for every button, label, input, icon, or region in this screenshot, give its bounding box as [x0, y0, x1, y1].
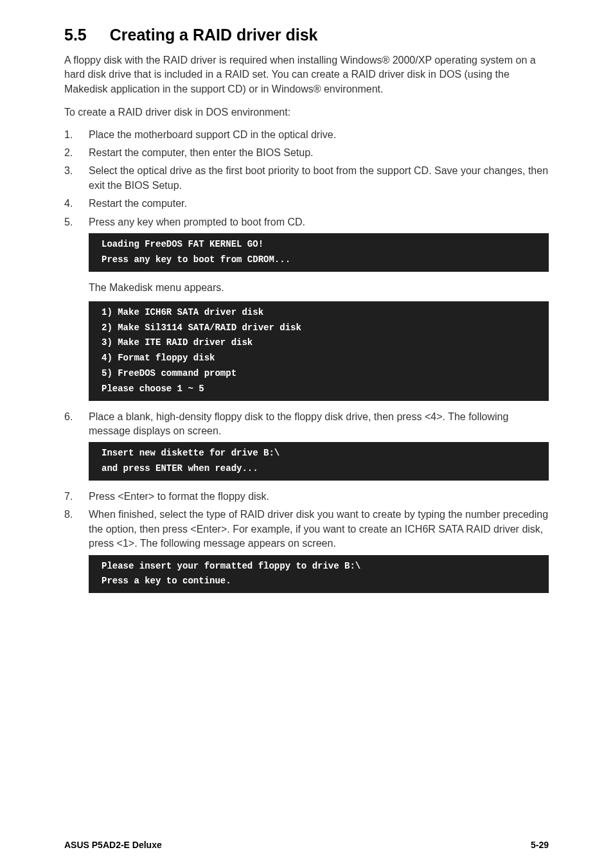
- item-number: 8.: [64, 508, 89, 551]
- item-text: Restart the computer, then enter the BIO…: [89, 146, 549, 160]
- item-number: 4.: [64, 197, 89, 211]
- list-item: 8. When finished, select the type of RAI…: [64, 508, 549, 551]
- item-text: Select the optical drive as the first bo…: [89, 164, 549, 193]
- item-text: Place a blank, high-density floppy disk …: [89, 410, 549, 439]
- list-item: 4. Restart the computer.: [64, 197, 549, 211]
- section-number: 5.5: [64, 26, 87, 44]
- list-item: 6. Place a blank, high-density floppy di…: [64, 410, 549, 439]
- footer-left: ASUS P5AD2-E Deluxe: [64, 840, 162, 850]
- item-number: 6.: [64, 410, 89, 439]
- list-item: 3. Select the optical drive as the first…: [64, 164, 549, 193]
- list-intro: To create a RAID driver disk in DOS envi…: [64, 105, 549, 120]
- code-block-boot: Loading FreeDOS FAT KERNEL GO! Press any…: [89, 233, 549, 272]
- item-number: 7.: [64, 490, 89, 504]
- section-title: Creating a RAID driver disk: [110, 26, 318, 44]
- page-footer: ASUS P5AD2-E Deluxe 5-29: [64, 840, 549, 850]
- sub-note-makedisk: The Makedisk menu appears.: [89, 281, 549, 295]
- numbered-list-a: 1. Place the motherboard support CD in t…: [64, 128, 549, 229]
- item-text: Press any key when prompted to boot from…: [89, 215, 549, 229]
- list-item: 1. Place the motherboard support CD in t…: [64, 128, 549, 142]
- item-text: When finished, select the type of RAID d…: [89, 508, 549, 551]
- numbered-list-b: 7. Press <Enter> to format the floppy di…: [64, 490, 549, 551]
- item-number: 2.: [64, 146, 89, 160]
- code-block-insert: Insert new diskette for drive B:\ and pr…: [89, 442, 549, 481]
- item-text: Place the motherboard support CD in the …: [89, 128, 549, 142]
- list-item: 7. Press <Enter> to format the floppy di…: [64, 490, 549, 504]
- intro-paragraph: A floppy disk with the RAID driver is re…: [64, 53, 549, 96]
- item-text: Press <Enter> to format the floppy disk.: [89, 490, 549, 504]
- list-item: 2. Restart the computer, then enter the …: [64, 146, 549, 160]
- item-number: 3.: [64, 164, 89, 193]
- item-number: 5.: [64, 215, 89, 229]
- code-block-formatted: Please insert your formatted floppy to d…: [89, 555, 549, 594]
- item-number: 1.: [64, 128, 89, 142]
- section-heading: 5.5 Creating a RAID driver disk: [64, 26, 549, 44]
- item-text: Restart the computer.: [89, 197, 549, 211]
- numbered-list-6: 6. Place a blank, high-density floppy di…: [64, 410, 549, 439]
- list-item: 5. Press any key when prompted to boot f…: [64, 215, 549, 229]
- footer-right: 5-29: [531, 840, 549, 850]
- code-block-menu: 1) Make ICH6R SATA driver disk 2) Make S…: [89, 301, 549, 401]
